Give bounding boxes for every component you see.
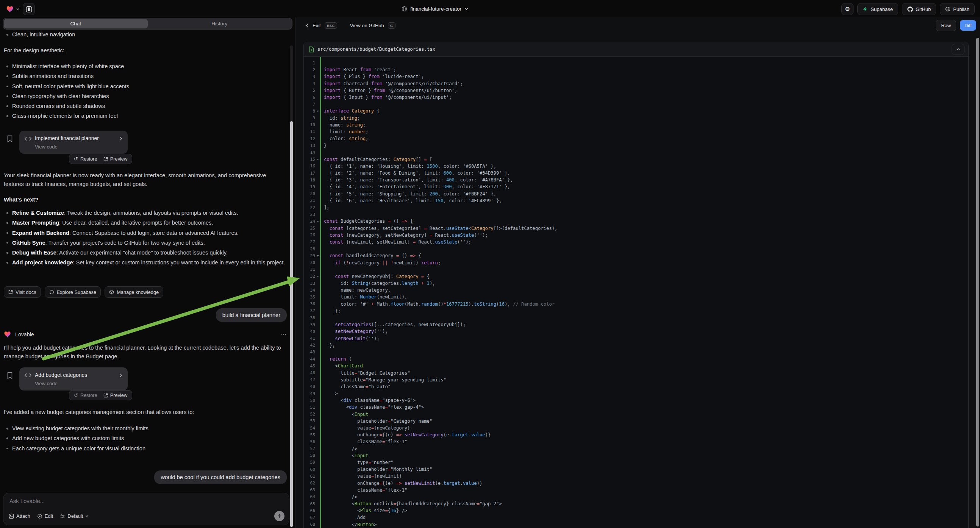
- file-header[interactable]: src/components/budget/BudgetCategories.t…: [304, 42, 968, 57]
- more-options-icon[interactable]: [282, 334, 286, 335]
- code-line: 22];: [304, 204, 968, 211]
- chevron-right-icon: [119, 136, 123, 141]
- code-line: 52 <Input: [304, 411, 968, 418]
- code-line: 65 <Button onClick={handleAddCategory} c…: [304, 500, 968, 507]
- version-card-add-budget-categories[interactable]: Add budget categories View code: [19, 367, 128, 391]
- chat-input[interactable]: [9, 498, 272, 504]
- code-line: 57 />: [304, 445, 968, 452]
- chevron-down-icon: [465, 7, 469, 11]
- explore-supabase-button[interactable]: Explore Supabase: [45, 286, 101, 298]
- publish-button[interactable]: Publish: [940, 3, 975, 15]
- tab-history[interactable]: History: [148, 19, 292, 29]
- code-toolbar: Exit ESC View on GitHub G Raw Diff: [296, 17, 980, 33]
- version-card-implement-planner[interactable]: Implement financial planner View code: [19, 131, 128, 154]
- bookmark-icon[interactable]: [7, 135, 13, 142]
- publish-globe-icon: [945, 6, 950, 12]
- bullet-item: Expand with Backend: Connect Supabase to…: [4, 228, 286, 238]
- code-line: 40 setNewCategory('');: [304, 328, 968, 335]
- code-line: 14: [304, 149, 968, 156]
- code-line: 37 };: [304, 308, 968, 314]
- model-selector[interactable]: Default: [60, 513, 89, 519]
- bullet-item: Master Prompting: Use clear, detailed, a…: [4, 218, 286, 227]
- added-paragraph: I've added a new budget categories manag…: [4, 408, 285, 417]
- bullet-item: Soft, neutral color palette with light b…: [4, 81, 284, 91]
- exit-button[interactable]: Exit: [312, 23, 321, 29]
- attach-button[interactable]: Attach: [9, 513, 30, 519]
- globe-icon: [401, 6, 407, 12]
- code-line: 48 className="h-auto": [304, 383, 968, 390]
- knowledge-box-icon: [109, 290, 114, 295]
- github-button[interactable]: GitHub: [902, 3, 936, 15]
- diff-toggle-button[interactable]: Diff: [960, 20, 976, 31]
- code-line: 39 setCategories([...categories, newCate…: [304, 321, 968, 328]
- project-switcher[interactable]: financial-future-creator: [401, 0, 469, 17]
- code-line: 19 { id: '4', name: 'Entertainment', lim…: [304, 183, 968, 190]
- code-line: 1: [304, 59, 968, 66]
- code-line: 46 title="Budget Categories": [304, 369, 968, 376]
- chat-scrollbar-thumb[interactable]: [290, 121, 293, 527]
- restore-button[interactable]: ↺ Restore: [74, 393, 97, 398]
- bullet-item: Refine & Customize: Tweak the design, an…: [4, 208, 286, 218]
- visit-docs-button[interactable]: Visit docs: [4, 286, 41, 298]
- version-card-title: Add budget categories: [35, 372, 87, 378]
- code-line: 50 <div className="space-y-6">: [304, 397, 968, 404]
- design-heading: For the design aesthetic:: [4, 46, 285, 55]
- code-line: 26 const [newCategory, setNewCategory] =…: [304, 232, 968, 239]
- code-editor[interactable]: 12import React from 'react';3import { Pl…: [304, 57, 968, 528]
- code-line: 6import { Input } from '@/components/ui/…: [304, 94, 968, 101]
- view-code-link[interactable]: View code: [35, 381, 123, 386]
- bullet-item: Debug with Ease: Activate our experiment…: [4, 248, 286, 258]
- ready-paragraph: Your sleek financial planner is now read…: [4, 171, 285, 189]
- tab-chat[interactable]: Chat: [4, 19, 148, 29]
- code-line: 35 limit: Number(newLimit),: [304, 294, 968, 301]
- bullet-item: Rounded corners and subtle shadows: [4, 101, 284, 111]
- code-line: 25 const [categories, setCategories] = R…: [304, 225, 968, 232]
- manage-knowledge-button[interactable]: Manage knowledge: [105, 286, 163, 298]
- chat-action-buttons: Visit docs Explore Supabase Manage knowl…: [4, 286, 163, 298]
- bullet-item: Add project knowledge: Set key context o…: [4, 258, 286, 267]
- code-icon: [25, 136, 32, 141]
- code-line: 42 };: [304, 342, 968, 349]
- collapse-file-button[interactable]: [951, 44, 964, 55]
- sliders-icon: [60, 514, 65, 519]
- chevron-right-icon: [119, 373, 123, 378]
- supabase-button[interactable]: Supabase: [857, 3, 898, 15]
- lovable-logo-icon[interactable]: [6, 5, 20, 13]
- edit-mode-button[interactable]: Edit: [37, 513, 53, 519]
- code-line: 4import ChartCard from '@/components/ui/…: [304, 80, 968, 87]
- project-name: financial-future-creator: [410, 6, 461, 12]
- code-line: 17 { id: '2', name: 'Food & Dining', lim…: [304, 170, 968, 177]
- settings-button[interactable]: ⚙: [842, 3, 853, 15]
- bullet-item: View existing budget categories with the…: [4, 423, 284, 433]
- github-icon: [907, 6, 913, 12]
- raw-toggle-button[interactable]: Raw: [935, 20, 956, 31]
- toggle-sidebar-button[interactable]: [23, 3, 35, 15]
- view-on-github-button[interactable]: View on GitHub: [350, 23, 384, 29]
- send-button[interactable]: ↑: [274, 511, 285, 521]
- restore-button[interactable]: ↺ Restore: [74, 156, 97, 162]
- diff-added-gutter: [320, 57, 321, 528]
- esc-key-badge: ESC: [325, 22, 337, 29]
- code-line: 59 type="number": [304, 459, 968, 466]
- code-line: 63 className="flex-1": [304, 487, 968, 493]
- view-code-link[interactable]: View code: [35, 144, 123, 149]
- chat-tabs: Chat History: [3, 18, 293, 30]
- code-line: 62 onChange={(e) => setNewLimit(e.target…: [304, 480, 968, 486]
- preview-button[interactable]: Preview: [103, 393, 128, 398]
- code-line: 16 { id: '1', name: 'Housing', limit: 15…: [304, 163, 968, 170]
- chat-panel: Chat History Clean, intuitive navigation…: [0, 17, 295, 528]
- code-line: 15const defaultCategories: Category[] = …: [304, 156, 968, 163]
- external-link-icon: [103, 157, 108, 161]
- page-scrollbar-thumb[interactable]: [976, 38, 979, 526]
- bullet-item: GitHub Sync: Transfer your project's cod…: [4, 238, 286, 248]
- code-line: 54 value={newCategory}: [304, 425, 968, 431]
- sidebar-icon: [26, 6, 32, 13]
- whats-next-heading: What's next?: [4, 197, 38, 203]
- chevron-left-icon[interactable]: [306, 23, 309, 28]
- target-icon: [37, 514, 43, 519]
- code-line: 31: [304, 266, 968, 273]
- preview-button[interactable]: Preview: [103, 156, 128, 162]
- bookmark-icon[interactable]: [7, 372, 13, 379]
- code-line: 33 id: String(categories.length + 1),: [304, 280, 968, 287]
- code-line: 61 value={newLimit}: [304, 473, 968, 480]
